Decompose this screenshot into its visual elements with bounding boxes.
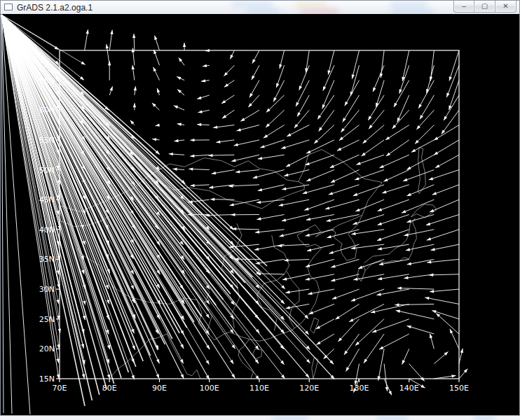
svg-text:90E: 90E bbox=[152, 384, 167, 393]
svg-text:150E: 150E bbox=[449, 384, 469, 393]
title-bar[interactable]: GrADS 2.1.a2.oga.1 – ▢ ✕ bbox=[1, 1, 519, 14]
grads-window: GrADS 2.1.a2.oga.1 – ▢ ✕ 70E80E90E100E11… bbox=[0, 0, 520, 416]
plot-client-area: 70E80E90E100E110E120E130E140E150E15N20N2… bbox=[1, 14, 519, 415]
desktop-background bbox=[0, 416, 520, 420]
minimize-button[interactable]: – bbox=[453, 1, 474, 13]
window-controls: – ▢ ✕ bbox=[453, 1, 516, 13]
vector-plot: 70E80E90E100E110E120E130E140E150E15N20N2… bbox=[1, 14, 519, 415]
svg-text:110E: 110E bbox=[249, 384, 269, 393]
svg-text:100E: 100E bbox=[200, 384, 219, 393]
window-title: GrADS 2.1.a2.oga.1 bbox=[17, 3, 93, 13]
svg-text:120E: 120E bbox=[299, 384, 319, 393]
svg-text:20N: 20N bbox=[39, 344, 55, 354]
svg-text:140E: 140E bbox=[399, 384, 419, 393]
svg-text:130E: 130E bbox=[350, 384, 369, 393]
svg-text:25N: 25N bbox=[39, 315, 55, 324]
maximize-button[interactable]: ▢ bbox=[474, 1, 495, 13]
close-button[interactable]: ✕ bbox=[495, 1, 516, 13]
app-icon bbox=[4, 4, 13, 10]
svg-text:80E: 80E bbox=[102, 384, 117, 393]
svg-text:15N: 15N bbox=[39, 374, 55, 384]
svg-text:70E: 70E bbox=[53, 384, 67, 393]
